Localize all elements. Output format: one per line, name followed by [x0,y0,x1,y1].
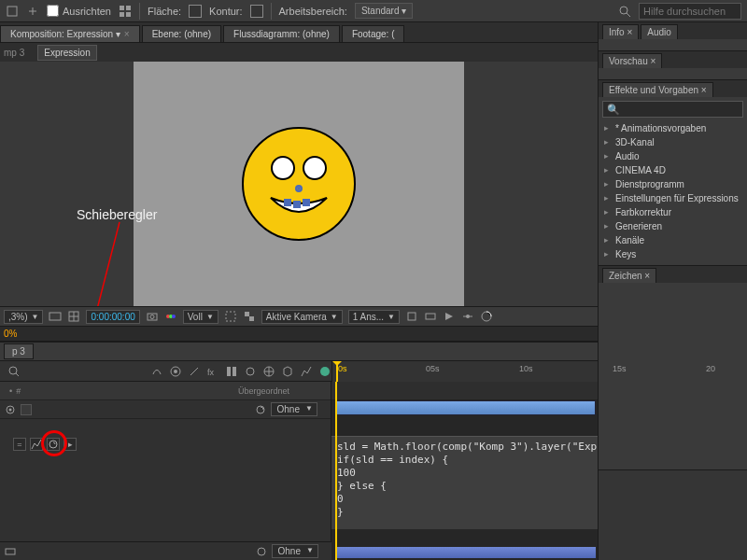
graph-icon[interactable] [300,365,313,378]
cti-line[interactable] [335,382,337,560]
tree-item[interactable]: Farbkorrektur [602,205,743,219]
pixel-aspect-icon[interactable] [424,310,437,323]
pickwhip-footer-icon[interactable] [255,545,268,558]
tool-icon[interactable] [6,5,19,18]
svg-point-18 [150,315,154,319]
workspace-label: Arbeitsbereich: [279,6,347,17]
comp-tab-ebene[interactable]: Ebene: (ohne) [142,25,221,42]
tree-item[interactable]: Kanäle [602,233,743,247]
zoom-dropdown[interactable]: ,3%)▼ [4,310,43,324]
timeline-tracks[interactable]: sld = Math.floor(comp("Komp 3").layer("E… [331,382,598,560]
annotation-label: Schieberegler [77,207,157,222]
visibility-icon[interactable] [4,403,17,416]
workspace-dropdown[interactable]: Standard ▾ [355,3,413,19]
tree-item[interactable]: Dienstprogramm [602,177,743,191]
camera-dropdown[interactable]: Aktive Kamera▼ [261,310,343,324]
svg-point-27 [466,315,470,318]
comp-tab-footage[interactable]: Footage: ( [342,25,405,42]
channel-icon[interactable] [164,310,177,323]
motionblur-icon[interactable] [480,310,493,323]
snap-icon[interactable] [26,5,39,18]
snapshot-icon[interactable] [146,310,159,323]
view-option-icon[interactable] [405,310,418,323]
audio-tab[interactable]: Audio [641,24,678,39]
tree-item[interactable]: 3D-Kanal [602,135,743,149]
help-search-input[interactable] [639,3,741,20]
color-swatch[interactable] [21,404,32,415]
comp-tab-komposition[interactable]: Komposition: Expression ▾× [0,25,140,42]
pickwhip-parent-icon[interactable] [254,403,267,416]
expression-editor[interactable]: sld = Math.floor(comp("Komp 3").layer("E… [331,436,598,529]
annotation-highlight-circle [41,430,67,456]
toggle-switches-icon[interactable] [4,545,17,558]
3d-icon[interactable] [281,365,294,378]
svg-rect-42 [6,549,15,554]
timeline-footer: Ohne [0,541,331,560]
grid-toggle-icon[interactable] [67,310,80,323]
svg-rect-15 [49,313,61,320]
svg-rect-22 [226,312,235,321]
preview-tab[interactable]: Vorschau × [602,53,662,68]
time-ruler[interactable]: 0s 05s 10s 15s 20 [331,361,598,382]
ruler-tick: 0s [338,364,347,373]
align-toggle[interactable]: Ausrichten [47,5,111,17]
quality-icon[interactable] [188,365,201,378]
comp-panel-tabs: Komposition: Expression ▾× Ebene: (ohne)… [0,22,598,43]
tree-item[interactable]: CINEMA 4D [602,163,743,177]
effects-tab[interactable]: Effekte und Vorgaben × [602,82,713,97]
timeline-tab[interactable]: p 3 [4,343,34,359]
resolution-icon[interactable] [49,310,62,323]
svg-point-6 [243,128,355,240]
zoom-indicator: 0% [0,327,598,341]
svg-rect-1 [120,6,124,10]
breadcrumb-item[interactable]: mp 3 [4,48,24,58]
layer-duration-bar[interactable] [335,400,596,415]
tree-item[interactable]: Generieren [602,219,743,233]
fast-preview-icon[interactable] [443,310,456,323]
render-icon[interactable] [318,365,331,378]
info-tab[interactable]: Info × [602,24,639,39]
tree-item[interactable]: * Animationsvorgaben [602,121,743,135]
tree-item[interactable]: Audio [602,149,743,163]
svg-point-5 [620,7,627,14]
svg-rect-11 [303,200,309,205]
shy-icon[interactable] [150,365,163,378]
svg-rect-26 [426,314,435,319]
parent-dropdown-footer[interactable]: Ohne [272,544,318,558]
stroke-swatch[interactable] [250,5,263,18]
viewer-toolbar: ,3%)▼ 0:00:00:00 Voll▼ Aktive Kamera▼ 1 … [0,306,598,327]
search-layers-icon[interactable] [7,365,21,378]
views-dropdown[interactable]: 1 Ans...▼ [348,310,400,324]
character-tab[interactable]: Zeichen × [602,268,656,283]
motion-blur-icon[interactable] [244,365,257,378]
svg-point-7 [272,157,294,179]
timecode-display[interactable]: 0:00:00:00 [86,310,139,324]
tree-item[interactable]: Einstellungen für Expressions [602,191,743,205]
effects-search-input[interactable] [602,101,743,118]
ruler-tick: 05s [426,364,440,373]
comp-breadcrumb: mp 3 Expression [0,43,598,62]
expression-enable-icon[interactable]: = [13,438,26,451]
resolution-dropdown[interactable]: Voll▼ [183,310,218,324]
app-toolbar: Ausrichten Fläche: Kontur: Arbeitsbereic… [0,0,747,22]
roi-icon[interactable] [224,310,237,323]
frame-blend-icon[interactable] [225,365,238,378]
fx-icon[interactable]: fx [206,365,219,378]
adjustment-icon[interactable] [262,365,275,378]
transparency-icon[interactable] [243,310,256,323]
timeline-icon[interactable] [461,310,474,323]
layer-duration-bar[interactable] [335,547,596,558]
fill-swatch[interactable] [189,5,202,18]
layer-row[interactable]: Ohne [0,400,331,419]
collapse-icon[interactable] [169,365,182,378]
parent-dropdown[interactable]: Ohne [271,402,317,416]
composition-viewer[interactable]: Schieberegler [0,62,598,306]
breadcrumb-item-active[interactable]: Expression [37,45,96,61]
timeline-switches: fx [0,365,331,378]
comp-tab-fluss[interactable]: Flussdiagramm: (ohne) [223,25,340,42]
ruler-tick: 15s [613,364,627,373]
ruler-tick: 20 [706,364,715,373]
svg-rect-4 [126,12,131,17]
grid-icon[interactable] [119,5,132,18]
tree-item[interactable]: Keys [602,247,743,261]
